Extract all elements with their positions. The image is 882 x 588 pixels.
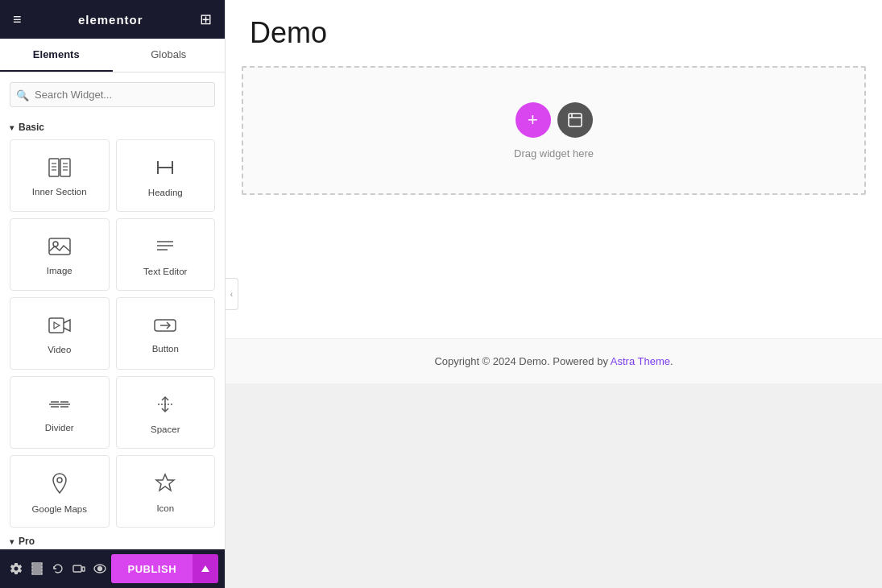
svg-marker-37: [201, 565, 209, 572]
heading-icon: [155, 157, 176, 181]
publish-btn-group: PUBLISH: [111, 554, 218, 583]
widget-inner-section-label: Inner Section: [32, 187, 87, 197]
svg-marker-17: [54, 322, 60, 329]
widget-image-label: Image: [47, 266, 72, 275]
widget-heading-label: Heading: [148, 188, 183, 197]
svg-rect-0: [49, 159, 59, 176]
left-panel: ≡ elementor ⊞ Elements Globals 🔍 ▾ Basic: [0, 0, 226, 588]
divider-icon: [48, 395, 71, 416]
svg-rect-31: [32, 563, 42, 565]
layers-button[interactable]: [27, 554, 47, 583]
canvas-inner: Demo + Drag widget here Copyright © 2024…: [226, 0, 882, 588]
widget-button[interactable]: Button: [116, 297, 216, 370]
search-wrapper: 🔍: [10, 82, 215, 107]
preview-button[interactable]: [90, 554, 110, 583]
pro-section-title: Pro: [19, 536, 35, 547]
widget-heading[interactable]: Heading: [116, 139, 216, 212]
widget-video-label: Video: [48, 345, 71, 354]
widgets-grid: Inner Section Heading: [10, 139, 215, 528]
page-content: Demo + Drag widget here: [226, 0, 882, 338]
folder-button[interactable]: [557, 102, 593, 138]
page-title-area: Demo: [226, 0, 882, 58]
search-input[interactable]: [10, 82, 215, 107]
hamburger-icon[interactable]: ≡: [13, 11, 22, 28]
widget-inner-section[interactable]: Inner Section: [10, 139, 110, 212]
panel-header: ≡ elementor ⊞: [0, 0, 225, 39]
bottom-toolbar: PUBLISH: [0, 549, 225, 588]
basic-arrow-icon: ▾: [10, 123, 14, 132]
image-icon: [48, 237, 71, 259]
inner-section-icon: [48, 158, 71, 180]
svg-rect-1: [60, 159, 70, 176]
widget-text-editor[interactable]: Text Editor: [116, 218, 216, 291]
footer-period: .: [670, 355, 673, 367]
basic-section-label: ▾ Basic: [10, 114, 215, 139]
logo: elementor: [78, 13, 143, 27]
widget-text-editor-label: Text Editor: [143, 267, 187, 276]
drop-buttons: +: [516, 102, 593, 138]
pro-section-label: ▾ Pro: [10, 528, 215, 549]
video-icon: [48, 316, 71, 338]
spacer-icon: [155, 394, 176, 418]
svg-rect-29: [32, 566, 42, 568]
footer-text: Copyright © 2024 Demo. Powered by Astra …: [250, 355, 858, 367]
tab-elements[interactable]: Elements: [0, 39, 113, 72]
google-maps-icon: [50, 472, 69, 498]
widget-spacer[interactable]: Spacer: [116, 376, 216, 449]
drop-zone[interactable]: + Drag widget here: [242, 66, 866, 195]
page-title: Demo: [250, 16, 858, 50]
widget-icon-label: Icon: [156, 503, 174, 513]
svg-rect-34: [82, 567, 85, 571]
drop-text: Drag widget here: [514, 147, 594, 159]
button-icon: [154, 317, 176, 337]
responsive-button[interactable]: [69, 554, 89, 583]
svg-rect-30: [32, 569, 42, 571]
collapse-handle[interactable]: ‹: [226, 278, 238, 310]
svg-rect-33: [73, 565, 81, 572]
basic-section-title: Basic: [19, 122, 44, 133]
svg-rect-11: [49, 238, 70, 255]
svg-point-36: [98, 567, 102, 571]
footer-link[interactable]: Astra Theme: [611, 355, 670, 367]
widget-divider-label: Divider: [45, 423, 74, 433]
svg-rect-38: [569, 114, 582, 126]
canvas-area: ‹ Demo + Drag widget here Copyright © 20…: [226, 0, 882, 588]
widget-icon[interactable]: Icon: [116, 455, 216, 528]
svg-marker-28: [156, 474, 174, 491]
tab-globals[interactable]: Globals: [113, 39, 226, 72]
history-button[interactable]: [48, 554, 68, 583]
publish-arrow-button[interactable]: [193, 554, 218, 583]
widget-google-maps[interactable]: Google Maps: [10, 455, 110, 528]
grid-icon[interactable]: ⊞: [200, 10, 212, 28]
pro-arrow-icon: ▾: [10, 537, 14, 546]
widgets-area: ▾ Basic Inner Se: [0, 114, 225, 549]
icon-widget-icon: [155, 473, 176, 497]
add-widget-button[interactable]: +: [516, 102, 551, 138]
text-editor-icon: [155, 236, 176, 260]
search-area: 🔍: [0, 72, 225, 114]
widget-button-label: Button: [152, 344, 179, 354]
svg-point-27: [57, 478, 62, 482]
widget-video[interactable]: Video: [10, 297, 110, 370]
widget-spacer-label: Spacer: [151, 424, 180, 434]
search-icon: 🔍: [16, 89, 29, 101]
svg-rect-16: [49, 318, 64, 333]
footer-copyright: Copyright © 2024 Demo. Powered by: [434, 355, 610, 367]
publish-button[interactable]: PUBLISH: [111, 554, 193, 583]
panel-tabs: Elements Globals: [0, 39, 225, 72]
widget-divider[interactable]: Divider: [10, 376, 110, 449]
widget-image[interactable]: Image: [10, 218, 110, 291]
widget-google-maps-label: Google Maps: [32, 504, 87, 514]
svg-rect-32: [32, 573, 42, 574]
settings-button[interactable]: [6, 554, 26, 583]
svg-point-12: [53, 242, 58, 246]
footer-area: Copyright © 2024 Demo. Powered by Astra …: [226, 338, 882, 383]
